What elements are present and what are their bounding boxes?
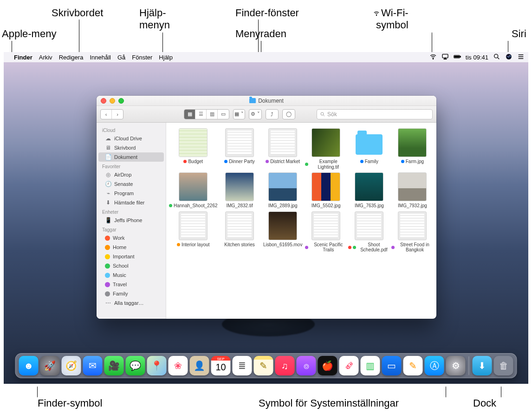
menu-ga[interactable]: Gå <box>117 54 125 61</box>
wifi-status-icon[interactable] <box>429 53 437 62</box>
dock-messages[interactable]: 💬 <box>126 356 145 375</box>
file-item[interactable]: Dinner Party <box>219 128 261 170</box>
sidebar-item[interactable]: ⋯Alla taggar… <box>98 298 164 308</box>
group-button[interactable]: ▦ ˅ <box>234 110 245 119</box>
tags-button[interactable]: ◯ <box>282 109 295 119</box>
sidebar-item[interactable]: ◎AirDrop <box>98 170 164 179</box>
sidebar-item[interactable]: School <box>98 261 164 270</box>
file-item[interactable]: IMG_5502.jpg <box>305 172 347 209</box>
dock-finder[interactable]: ☻ <box>19 356 39 375</box>
dock-mail[interactable]: ✉︎ <box>83 356 103 375</box>
file-item[interactable]: Lisbon_61695.mov <box>262 211 304 253</box>
airplay-icon[interactable] <box>441 53 449 62</box>
sidebar-item[interactable]: Work <box>98 233 164 243</box>
sidebar-item[interactable]: 📱Jeffs iPhone <box>98 216 164 225</box>
view-columns[interactable]: ▥ <box>207 110 218 119</box>
file-item[interactable]: District Market <box>262 128 304 170</box>
sidebar-item[interactable]: ☁︎iCloud Drive <box>98 134 164 143</box>
dock-downloads[interactable]: ⬇︎ <box>473 356 492 375</box>
dock-appstore[interactable]: Ⓐ <box>425 356 444 375</box>
dock-numbers[interactable]: ▥ <box>361 356 380 375</box>
file-item[interactable]: Hannah_Shoot_2262 <box>169 172 218 209</box>
menu-clock[interactable]: tis 09:41 <box>466 54 488 61</box>
siri-icon[interactable] <box>505 53 513 62</box>
menu-innehall[interactable]: Innehåll <box>90 54 111 61</box>
dock-reminders[interactable]: ≣ <box>233 356 252 375</box>
file-thumbnail <box>311 128 340 157</box>
sidebar-item-label: Senaste <box>114 181 133 187</box>
dock-news[interactable]: 🗞 <box>339 356 359 375</box>
file-item[interactable]: Family <box>348 128 390 170</box>
sidebar-item[interactable]: ⬇︎Hämtade filer <box>98 198 164 207</box>
file-thumbnail <box>268 211 297 240</box>
file-item[interactable]: IMG_2889.jpg <box>262 172 304 209</box>
dock-contacts[interactable]: 👤 <box>190 356 209 375</box>
file-item[interactable]: Example Lighting.tif <box>305 128 347 170</box>
dock-notes[interactable]: ✎ <box>254 356 273 375</box>
close-button[interactable] <box>101 98 106 104</box>
sidebar-item[interactable]: Home <box>98 243 164 252</box>
desktop[interactable]: Finder Arkiv Redigera Innehåll Gå Fönste… <box>4 52 528 384</box>
sidebar-item[interactable]: 🕘Senaste <box>98 179 164 189</box>
sidebar-item[interactable]: 📄Dokument <box>98 152 164 162</box>
search-field[interactable]: Sök <box>317 109 433 119</box>
file-label: Scenic Pacific Trails <box>305 242 347 253</box>
finder-content[interactable]: BudgetDinner PartyDistrict MarketExample… <box>166 123 436 319</box>
fullscreen-button[interactable] <box>118 98 124 104</box>
dock-photos[interactable]: ❀ <box>169 356 188 375</box>
dock-launchpad[interactable]: 🚀 <box>40 356 60 375</box>
file-item[interactable]: Budget <box>169 128 218 170</box>
dock-maps[interactable]: 📍 <box>147 356 167 375</box>
menu-hjalp[interactable]: Hjälp <box>159 54 173 61</box>
dock-keynote[interactable]: ▭ <box>382 356 402 375</box>
file-item[interactable]: Shoot Schedule.pdf <box>348 211 390 253</box>
battery-icon[interactable] <box>454 53 461 62</box>
sidebar-item-label: Work <box>113 235 124 241</box>
file-item[interactable]: IMG_7635.jpg <box>348 172 390 209</box>
sidebar-item[interactable]: ⌁Program <box>98 189 164 198</box>
forward-button[interactable]: › <box>112 110 123 119</box>
sidebar-item[interactable]: Important <box>98 252 164 261</box>
callout-wifi: Wi-Fi- symbol <box>376 7 409 31</box>
sidebar-section: Taggar <box>97 225 166 233</box>
dock-podcasts[interactable]: ⌾ <box>297 356 316 375</box>
dock-safari[interactable]: 🧭 <box>62 356 81 375</box>
sidebar-item[interactable]: Music <box>98 270 164 280</box>
sidebar-item[interactable]: Travel <box>98 280 164 289</box>
menu-fonster[interactable]: Fönster <box>132 54 152 61</box>
share-button[interactable]: ⤴︎ <box>266 109 279 119</box>
dock-calendar[interactable]: SEP10 <box>211 356 231 375</box>
back-button[interactable]: ‹ <box>101 110 112 119</box>
view-list[interactable]: ☰ <box>195 110 207 119</box>
view-gallery[interactable]: ▭ <box>218 110 229 119</box>
sidebar-item-label: Music <box>113 272 126 278</box>
file-thumbnail <box>355 172 383 201</box>
file-item[interactable]: Farm.jpg <box>391 128 434 170</box>
finder-titlebar[interactable]: Dokument <box>97 96 436 106</box>
view-icons[interactable]: ▦ <box>184 110 195 119</box>
sidebar-item[interactable]: 🖥Skrivbord <box>98 143 164 152</box>
tag-dot <box>105 273 110 278</box>
file-item[interactable]: Kitchen stories <box>219 211 261 253</box>
dock-pages[interactable]: ✎ <box>403 356 423 375</box>
action-menu[interactable]: ⚙︎ ˅ <box>249 109 262 119</box>
notification-center-icon[interactable] <box>517 53 525 62</box>
file-item[interactable]: IMG_7932.jpg <box>391 172 434 209</box>
file-item[interactable]: Interior layout <box>169 211 218 253</box>
file-item[interactable]: Street Food in Bangkok <box>391 211 434 253</box>
downloads-icon: ⬇︎ <box>105 199 111 206</box>
spotlight-icon[interactable] <box>493 53 500 62</box>
sidebar-item[interactable]: Family <box>98 289 164 298</box>
menu-redigera[interactable]: Redigera <box>59 54 84 61</box>
minimize-button[interactable] <box>110 98 115 104</box>
dock-tv[interactable]: 🍎 <box>318 356 337 375</box>
menu-arkiv[interactable]: Arkiv <box>39 54 52 61</box>
dock-music[interactable]: ♫ <box>275 356 295 375</box>
menu-app[interactable]: Finder <box>14 54 32 61</box>
dock-systempreferences[interactable]: ⚙︎ <box>446 356 466 375</box>
dock-trash[interactable]: 🗑 <box>494 356 513 375</box>
dock-facetime[interactable]: 🎥 <box>104 356 124 375</box>
cloud-icon: ☁︎ <box>105 135 111 142</box>
file-item[interactable]: Scenic Pacific Trails <box>305 211 347 253</box>
file-item[interactable]: IMG_2832.tif <box>219 172 261 209</box>
